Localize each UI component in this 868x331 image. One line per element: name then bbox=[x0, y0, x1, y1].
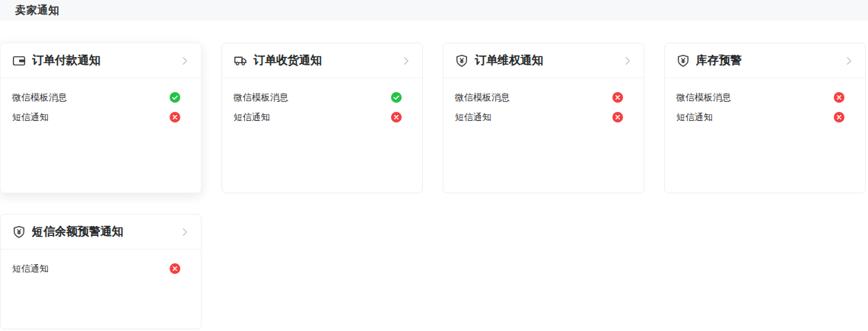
channel-label: 短信通知 bbox=[455, 111, 491, 124]
wallet-icon bbox=[12, 54, 26, 68]
notification-card[interactable]: 订单付款通知 微信模板消息 短信通知 bbox=[0, 43, 202, 193]
notification-card-title: 订单维权通知 bbox=[475, 53, 622, 68]
status-success-icon bbox=[170, 92, 180, 103]
status-error-icon bbox=[612, 112, 623, 123]
chevron-right-icon[interactable] bbox=[180, 56, 190, 66]
notification-channel-row: 微信模板消息 bbox=[12, 88, 189, 107]
status-error-icon bbox=[391, 112, 402, 123]
notification-card-title: 订单付款通知 bbox=[32, 53, 180, 68]
channel-label: 微信模板消息 bbox=[234, 91, 288, 104]
notification-channel-row: 短信通知 bbox=[12, 107, 189, 127]
notification-card-title: 订单收货通知 bbox=[253, 53, 401, 68]
status-success-icon bbox=[391, 92, 402, 103]
shield-yuan-icon bbox=[12, 225, 26, 239]
truck-icon bbox=[234, 54, 247, 68]
notification-card[interactable]: 短信余额预警通知 短信通知 bbox=[0, 214, 202, 329]
status-error-icon bbox=[170, 112, 180, 123]
notification-channel-row: 微信模板消息 bbox=[234, 88, 411, 107]
notification-card-header[interactable]: 库存预警 bbox=[665, 43, 865, 78]
notification-channel-row: 短信通知 bbox=[455, 107, 632, 127]
notification-cards-grid: 订单付款通知 微信模板消息 短信通知 订单收货通知 微信模板消息 短信通知 订单… bbox=[0, 43, 868, 329]
notification-card[interactable]: 订单收货通知 微信模板消息 短信通知 bbox=[221, 43, 423, 193]
shield-yuan-icon bbox=[676, 54, 690, 68]
notification-card-body: 微信模板消息 短信通知 bbox=[1, 78, 201, 127]
chevron-right-icon[interactable] bbox=[401, 56, 412, 66]
notification-channel-row: 短信通知 bbox=[676, 107, 854, 127]
notification-card-header[interactable]: 订单付款通知 bbox=[1, 43, 201, 78]
chevron-right-icon[interactable] bbox=[622, 56, 633, 66]
channel-label: 短信通知 bbox=[12, 263, 49, 275]
notification-channel-row: 微信模板消息 bbox=[676, 88, 854, 107]
status-error-icon bbox=[612, 92, 623, 103]
notification-card-body: 微信模板消息 短信通知 bbox=[665, 78, 865, 127]
channel-label: 短信通知 bbox=[12, 111, 49, 124]
notification-card-body: 微信模板消息 短信通知 bbox=[444, 78, 644, 127]
notification-card-title: 库存预警 bbox=[696, 53, 844, 68]
notification-card-title: 短信余额预警通知 bbox=[32, 224, 180, 239]
page-title: 卖家通知 bbox=[15, 4, 59, 18]
shield-yuan-icon bbox=[455, 54, 469, 68]
notification-card[interactable]: 库存预警 微信模板消息 短信通知 bbox=[664, 43, 866, 193]
chevron-right-icon[interactable] bbox=[844, 56, 854, 66]
page-header: 卖家通知 bbox=[0, 0, 868, 21]
notification-card-header[interactable]: 订单收货通知 bbox=[222, 43, 422, 78]
channel-label: 短信通知 bbox=[234, 111, 270, 124]
notification-channel-row: 微信模板消息 bbox=[455, 88, 632, 107]
notification-card-header[interactable]: 订单维权通知 bbox=[444, 43, 644, 78]
channel-label: 微信模板消息 bbox=[676, 91, 731, 104]
notification-card-body: 短信通知 bbox=[1, 250, 201, 278]
notification-channel-row: 短信通知 bbox=[12, 259, 189, 278]
notification-card-header[interactable]: 短信余额预警通知 bbox=[1, 215, 201, 250]
channel-label: 微信模板消息 bbox=[12, 91, 67, 104]
notification-channel-row: 短信通知 bbox=[234, 107, 411, 127]
status-error-icon bbox=[834, 112, 844, 123]
channel-label: 微信模板消息 bbox=[455, 91, 510, 104]
channel-label: 短信通知 bbox=[676, 111, 713, 124]
notification-card[interactable]: 订单维权通知 微信模板消息 短信通知 bbox=[443, 43, 644, 193]
notification-card-body: 微信模板消息 短信通知 bbox=[222, 78, 422, 127]
status-error-icon bbox=[834, 92, 844, 103]
chevron-right-icon[interactable] bbox=[180, 227, 190, 237]
status-error-icon bbox=[170, 263, 180, 274]
